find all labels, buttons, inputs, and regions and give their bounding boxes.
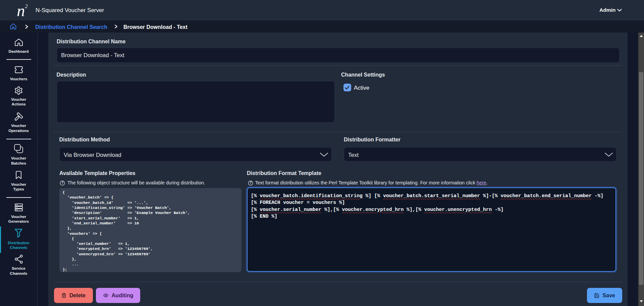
svg-text:?: ? <box>249 181 251 185</box>
svg-text:?: ? <box>61 181 63 185</box>
